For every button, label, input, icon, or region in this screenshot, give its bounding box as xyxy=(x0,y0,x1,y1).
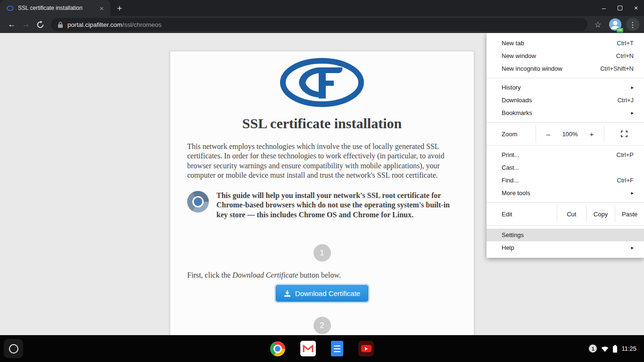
cut-button[interactable]: Cut xyxy=(557,206,586,222)
screen: SSL certificate installation × + – × ← →… xyxy=(0,0,644,362)
clock: 11:25 xyxy=(621,345,636,352)
intro-paragraph: This network employs technologies which … xyxy=(187,142,457,181)
step-1-badge: 1 xyxy=(314,244,331,262)
reload-button[interactable] xyxy=(33,17,47,32)
gmail-envelope-icon xyxy=(303,345,314,353)
menu-item-settings[interactable]: Settings xyxy=(487,229,644,241)
zoom-out-button[interactable]: – xyxy=(543,130,553,138)
tab-title: SSL certificate installation xyxy=(18,5,93,11)
menu-item-cast[interactable]: Cast... xyxy=(487,161,644,174)
menu-separator xyxy=(487,122,644,123)
gmail-app-icon[interactable] xyxy=(300,341,316,356)
download-certificate-button[interactable]: Download Certificate xyxy=(276,285,368,302)
status-tray[interactable]: 1 11:25 xyxy=(589,335,644,362)
page-card: SSL certificate installation This networ… xyxy=(170,51,474,353)
browser-toolbar: ← → portal.cipafilter.com/ssl/chromeos ☆ xyxy=(0,16,644,33)
menu-separator xyxy=(487,225,644,226)
menu-item-shortcut: Ctrl+J xyxy=(618,97,634,104)
step-1-text-post: button below. xyxy=(298,271,341,279)
zoom-in-button[interactable]: + xyxy=(586,130,597,138)
menu-item-label: New window xyxy=(502,52,616,59)
minimize-button[interactable]: – xyxy=(596,0,612,16)
menu-edit-row: Edit Cut Copy Paste xyxy=(487,206,644,222)
bookmark-star-icon[interactable]: ☆ xyxy=(591,18,604,31)
download-icon xyxy=(284,290,291,297)
maximize-icon xyxy=(618,6,622,10)
address-bar[interactable]: portal.cipafilter.com/ssl/chromeos xyxy=(51,18,587,31)
zoom-label: Zoom xyxy=(487,125,536,142)
tab-strip: SSL certificate installation × + – × xyxy=(0,0,644,16)
step-2-badge: 2 xyxy=(314,317,331,334)
forward-button[interactable]: → xyxy=(19,17,33,32)
menu-item-shortcut: Ctrl+N xyxy=(616,52,634,59)
menu-item-label: New tab xyxy=(502,40,617,47)
menu-item-print[interactable]: Print... Ctrl+P xyxy=(487,148,644,161)
edit-label: Edit xyxy=(487,206,557,222)
browser-menu: New tab Ctrl+T New window Ctrl+N New inc… xyxy=(487,33,644,258)
guide-callout: This guide will help you install your ne… xyxy=(187,191,457,220)
page-title: SSL certificate installation xyxy=(187,115,457,132)
copy-button[interactable]: Copy xyxy=(586,206,615,222)
menu-item-help[interactable]: Help ▸ xyxy=(487,241,644,254)
logo-wrap xyxy=(187,58,457,109)
menu-item-label: Cast... xyxy=(502,164,634,171)
menu-zoom-row: Zoom – 100% + xyxy=(487,125,644,142)
url-text: portal.cipafilter.com/ssl/chromeos xyxy=(67,21,162,28)
avatar[interactable]: OK xyxy=(609,18,621,31)
launcher-button[interactable] xyxy=(4,339,23,358)
toolbar-actions: ☆ OK ⋮ xyxy=(591,18,639,31)
menu-item-label: History xyxy=(502,84,631,91)
window-controls: – × xyxy=(596,0,644,16)
submenu-arrow-icon: ▸ xyxy=(631,190,634,196)
close-window-button[interactable]: × xyxy=(628,0,644,16)
menu-item-more-tools[interactable]: More tools ▸ xyxy=(487,187,644,199)
lock-icon xyxy=(58,21,63,28)
fullscreen-button[interactable] xyxy=(604,125,644,142)
cipafilter-logo xyxy=(279,58,365,107)
new-tab-button[interactable]: + xyxy=(110,4,129,13)
paste-button[interactable]: Paste xyxy=(615,206,644,222)
menu-item-label: Downloads xyxy=(502,97,618,104)
menu-item-label: Help xyxy=(502,244,631,251)
menu-item-label: Print... xyxy=(502,151,617,158)
guide-text: This guide will help you install your ne… xyxy=(216,191,457,220)
menu-item-new-window[interactable]: New window Ctrl+N xyxy=(487,49,644,62)
menu-item-shortcut: Ctrl+Shift+N xyxy=(600,65,634,72)
back-button[interactable]: ← xyxy=(5,17,19,32)
menu-item-bookmarks[interactable]: Bookmarks ▸ xyxy=(487,107,644,119)
menu-item-shortcut: Ctrl+F xyxy=(617,177,634,184)
url-domain: portal.cipafilter.com xyxy=(67,21,122,28)
menu-item-new-tab[interactable]: New tab Ctrl+T xyxy=(487,37,644,49)
menu-item-new-incognito-window[interactable]: New incognito window Ctrl+Shift+N xyxy=(487,62,644,75)
step-1-text-pre: First, click the xyxy=(187,271,232,279)
docs-app-icon[interactable] xyxy=(331,341,343,356)
menu-item-label: Bookmarks xyxy=(502,109,631,116)
step-1-button-name: Download Certificate xyxy=(232,271,298,279)
maximize-button[interactable] xyxy=(612,0,628,16)
menu-item-downloads[interactable]: Downloads Ctrl+J xyxy=(487,94,644,107)
menu-separator xyxy=(487,202,644,203)
chrome-app-icon[interactable] xyxy=(270,341,285,356)
battery-icon xyxy=(613,346,617,353)
menu-item-label: Find... xyxy=(502,177,617,184)
download-button-label: Download Certificate xyxy=(295,289,360,297)
tab-close-icon[interactable]: × xyxy=(98,4,106,13)
menu-item-history[interactable]: History ▸ xyxy=(487,81,644,94)
url-path: /ssl/chromeos xyxy=(122,21,161,28)
chrome-browser-icon xyxy=(187,191,209,213)
browser-tab[interactable]: SSL certificate installation × xyxy=(0,0,110,16)
menu-item-label: Settings xyxy=(502,231,634,239)
avatar-status-badge: OK xyxy=(617,28,624,33)
zoom-controls: – 100% + xyxy=(536,125,604,142)
reload-icon xyxy=(36,21,44,29)
menu-separator xyxy=(487,145,644,146)
menu-item-label: More tools xyxy=(502,189,631,197)
menu-item-find[interactable]: Find... Ctrl+F xyxy=(487,174,644,187)
menu-item-label: New incognito window xyxy=(502,65,600,72)
browser-menu-button[interactable]: ⋮ xyxy=(626,18,639,31)
download-button-row: Download Certificate xyxy=(187,285,457,302)
fullscreen-icon xyxy=(621,131,627,137)
shelf-apps xyxy=(270,335,374,362)
youtube-app-icon[interactable] xyxy=(358,341,374,356)
zoom-level: 100% xyxy=(562,131,578,138)
